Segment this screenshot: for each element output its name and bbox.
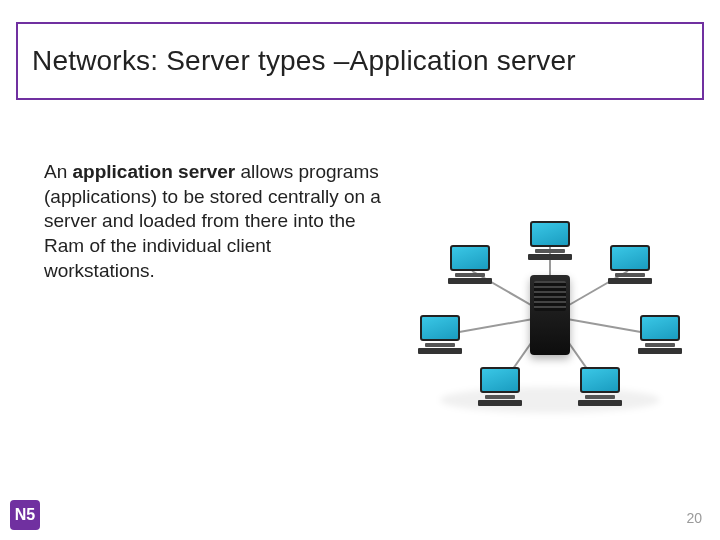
page-number: 20 [686,510,702,526]
client-workstation-icon [475,367,525,405]
slide-title: Networks: Server types –Application serv… [32,45,576,77]
server-icon [530,275,570,355]
client-keyboard [418,348,462,354]
client-base [455,273,485,277]
client-screen [480,367,520,393]
client-keyboard [608,278,652,284]
client-screen [640,315,680,341]
body-bold-term: application server [73,161,236,182]
client-workstation-icon [525,221,575,259]
network-diagram [400,215,700,415]
client-keyboard [638,348,682,354]
client-base [585,395,615,399]
n5-logo: N5 [10,500,40,530]
client-workstation-icon [415,315,465,353]
client-keyboard [528,254,572,260]
client-workstation-icon [575,367,625,405]
client-screen [420,315,460,341]
client-screen [610,245,650,271]
title-container: Networks: Server types –Application serv… [16,22,704,100]
client-keyboard [478,400,522,406]
body-prefix: An [44,161,73,182]
client-screen [530,221,570,247]
client-keyboard [578,400,622,406]
client-screen [580,367,620,393]
client-screen [450,245,490,271]
client-workstation-icon [445,245,495,283]
client-keyboard [448,278,492,284]
client-base [535,249,565,253]
client-workstation-icon [605,245,655,283]
client-base [425,343,455,347]
diagram-shadow [440,387,660,413]
body-paragraph: An application server allows programs (a… [44,160,384,283]
client-base [615,273,645,277]
client-base [645,343,675,347]
slide: Networks: Server types –Application serv… [0,0,720,540]
client-workstation-icon [635,315,685,353]
client-base [485,395,515,399]
